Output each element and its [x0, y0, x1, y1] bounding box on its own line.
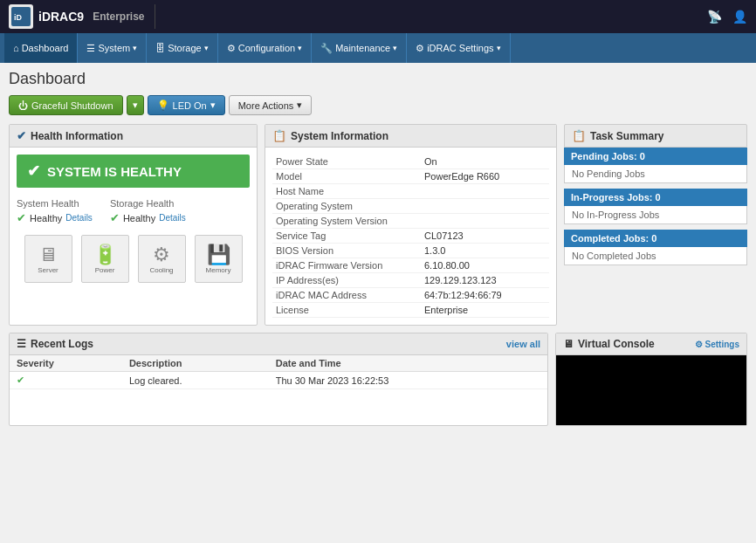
vc-screen[interactable]: [556, 355, 746, 425]
health-sub-section: System Health ✔ Healthy Details Storage …: [17, 195, 250, 228]
logs-header-left: ☰ Recent Logs: [17, 338, 93, 350]
storage-health-status: ✔ Healthy Details: [110, 211, 186, 224]
server-icon: 🖥: [38, 244, 58, 266]
check-icon: ✔: [110, 211, 120, 224]
log-row: ✔ Log cleared. Thu 30 Mar 2023 16:22:53: [10, 372, 547, 389]
cpu-icon: 💾: [207, 244, 230, 266]
idrac-settings-nav-icon: ⚙: [416, 43, 424, 54]
user-icon[interactable]: 👤: [732, 10, 747, 24]
page-title: Dashboard: [9, 70, 747, 88]
wifi-icon[interactable]: 📡: [707, 10, 722, 24]
power-icon: ⏻: [18, 100, 28, 111]
battery-icon-box: 🔋 Power: [81, 235, 129, 283]
health-panel-body: ✔ SYSTEM IS HEALTHY System Health ✔ Heal…: [10, 148, 257, 290]
system-nav-icon: ☰: [86, 43, 95, 54]
battery-icon: 🔋: [93, 244, 117, 266]
action-bar: ⏻ Graceful Shutdown ▾ 💡 LED On ▾ More Ac…: [9, 95, 747, 115]
nav-storage[interactable]: 🗄 Storage ▾: [147, 33, 218, 63]
table-row: Host Name: [272, 184, 549, 199]
maintenance-nav-icon: 🔧: [320, 43, 333, 54]
table-row: BIOS Version1.3.0: [272, 244, 549, 258]
storage-nav-icon: 🗄: [155, 43, 165, 53]
more-actions-button[interactable]: More Actions ▾: [229, 95, 313, 115]
log-severity: ✔: [10, 372, 122, 389]
dashboard-nav-icon: ⌂: [13, 43, 19, 53]
bottom-grid: ☰ Recent Logs view all Severity Descript…: [9, 333, 747, 426]
table-row: Power StateOn: [272, 155, 549, 169]
led-on-button[interactable]: 💡 LED On ▾: [148, 95, 225, 115]
header-icons: 📡 👤: [707, 10, 747, 24]
table-row: IP Address(es)129.129.123.123: [272, 273, 549, 288]
view-all-link[interactable]: view all: [506, 339, 540, 349]
system-health-details-link[interactable]: Details: [65, 213, 93, 223]
pending-jobs-body: No Pending Jobs: [564, 165, 747, 183]
logo-icon: iD: [9, 4, 33, 29]
dashboard-area: Dashboard ⏻ Graceful Shutdown ▾ 💡 LED On…: [0, 63, 756, 433]
in-progress-jobs-section: In-Progress Jobs: 0 No In-Progress Jobs: [564, 189, 747, 224]
nav-idrac-settings[interactable]: ⚙ iDRAC Settings ▾: [407, 33, 510, 63]
table-row: iDRAC Firmware Version6.10.80.00: [272, 258, 549, 273]
system-info-header: 📋 System Information: [265, 125, 556, 148]
vc-icon: 🖥: [563, 338, 574, 350]
server-icon-box: 🖥 Server: [24, 235, 72, 283]
header-logo: iD iDRAC9 Enterprise: [9, 4, 155, 29]
completed-jobs-body: No Completed Jobs: [564, 247, 747, 265]
system-health-section: System Health ✔ Healthy Details: [17, 198, 93, 224]
nav-system[interactable]: ☰ System ▾: [78, 33, 147, 63]
sysinfo-icon: 📋: [272, 129, 286, 142]
config-nav-icon: ⚙: [227, 43, 236, 54]
chevron-down-icon: ▾: [204, 44, 209, 52]
chevron-down-icon: ▾: [298, 44, 302, 52]
system-info-body: Power StateOn ModelPowerEdge R660 Host N…: [265, 148, 556, 325]
checkmark-icon: ✔: [27, 162, 40, 181]
nav-dashboard[interactable]: ⌂ Dashboard: [4, 33, 78, 63]
header: iD iDRAC9 Enterprise 📡 👤: [0, 0, 756, 33]
system-info-panel: 📋 System Information Power StateOn Model…: [265, 124, 557, 326]
chevron-down-icon: ▾: [393, 44, 397, 52]
storage-health-section: Storage Health ✔ Healthy Details: [110, 198, 186, 224]
graceful-shutdown-button[interactable]: ⏻ Graceful Shutdown: [9, 95, 123, 115]
recent-logs-panel: ☰ Recent Logs view all Severity Descript…: [9, 333, 548, 426]
vc-header: 🖥 Virtual Console ⚙ Settings: [556, 333, 746, 355]
chevron-down-icon: ▾: [133, 44, 137, 52]
task-summary-header: 📋 Task Summary: [564, 124, 747, 148]
health-panel-icon: ✔: [17, 129, 26, 142]
log-date: Thu 30 Mar 2023 16:22:53: [269, 372, 547, 389]
vc-settings-link[interactable]: ⚙ Settings: [695, 340, 739, 349]
led-dropdown-icon: ▾: [210, 100, 216, 111]
table-row: Service TagCL07123: [272, 229, 549, 244]
task-summary-panel: 📋 Task Summary Pending Jobs: 0 No Pendin…: [564, 124, 747, 326]
health-banner: ✔ SYSTEM IS HEALTHY: [17, 155, 250, 188]
table-row: LicenseEnterprise: [272, 303, 549, 318]
task-icon: 📋: [572, 129, 586, 142]
logs-table-header: Severity Description Date and Time: [10, 355, 547, 372]
pending-jobs-section: Pending Jobs: 0 No Pending Jobs: [564, 148, 747, 183]
led-icon: 💡: [157, 100, 169, 111]
completed-jobs-header: Completed Jobs: 0: [564, 230, 747, 247]
storage-health-details-link[interactable]: Details: [159, 213, 186, 223]
col-severity: Severity: [10, 355, 122, 372]
cpu-icon-box: 💾 Memory: [195, 235, 243, 283]
nav-configuration[interactable]: ⚙ Configuration ▾: [218, 33, 312, 63]
table-row: ModelPowerEdge R660: [272, 169, 549, 184]
health-panel-header: ✔ Health Information: [10, 125, 257, 148]
task-summary-body: Pending Jobs: 0 No Pending Jobs In-Progr…: [564, 148, 747, 265]
graceful-shutdown-dropdown[interactable]: ▾: [127, 95, 144, 115]
chevron-down-icon: ▾: [497, 44, 501, 52]
check-icon: ✔: [17, 211, 26, 224]
logs-header: ☰ Recent Logs view all: [10, 333, 547, 355]
in-progress-jobs-header: In-Progress Jobs: 0: [564, 189, 747, 206]
virtual-console-panel: 🖥 Virtual Console ⚙ Settings: [555, 333, 747, 426]
svg-text:iD: iD: [14, 13, 23, 22]
logs-icon: ☰: [17, 338, 26, 350]
main-nav: ⌂ Dashboard ☰ System ▾ 🗄 Storage ▾ ⚙ Con…: [0, 33, 756, 63]
col-date: Date and Time: [269, 355, 547, 372]
health-icons-row: 🖥 Server 🔋 Power ⚙ Cooling 💾 Memory: [17, 228, 250, 283]
header-subtitle: Enterprise: [93, 10, 144, 23]
nav-maintenance[interactable]: 🔧 Maintenance ▾: [312, 33, 407, 63]
header-app-name: iDRAC9: [38, 10, 84, 24]
completed-jobs-section: Completed Jobs: 0 No Completed Jobs: [564, 230, 747, 265]
logs-table: Severity Description Date and Time ✔ Log…: [10, 355, 547, 389]
log-description: Log cleared.: [122, 372, 269, 389]
system-health-status: ✔ Healthy Details: [17, 211, 93, 224]
